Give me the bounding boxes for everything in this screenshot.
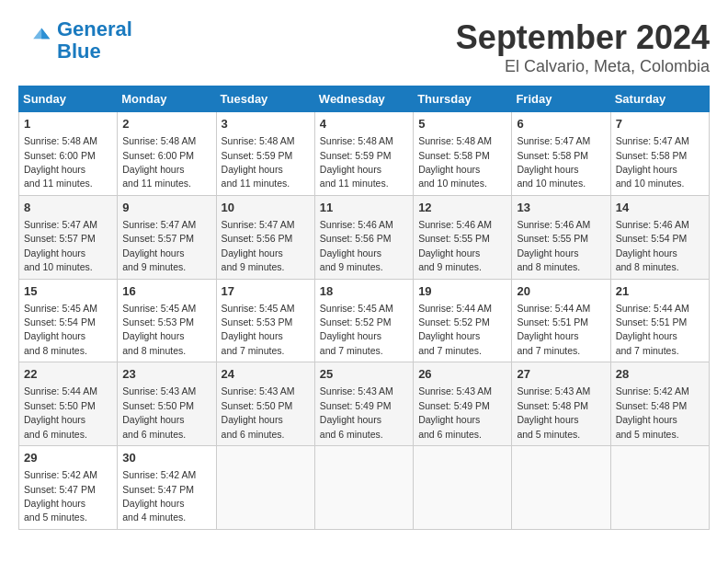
calendar-cell: 2Sunrise: 5:48 AMSunset: 6:00 PMDaylight… bbox=[118, 112, 216, 196]
day-number: 12 bbox=[418, 200, 506, 216]
day-info: Sunrise: 5:47 AMSunset: 5:57 PMDaylight … bbox=[24, 219, 97, 272]
day-number: 6 bbox=[517, 116, 605, 132]
calendar-cell: 27Sunrise: 5:43 AMSunset: 5:48 PMDayligh… bbox=[512, 362, 610, 446]
week-row-2: 8Sunrise: 5:47 AMSunset: 5:57 PMDaylight… bbox=[19, 195, 710, 279]
day-number: 26 bbox=[418, 366, 506, 383]
day-number: 5 bbox=[418, 116, 506, 132]
calendar-cell: 24Sunrise: 5:43 AMSunset: 5:50 PMDayligh… bbox=[216, 362, 314, 446]
day-number: 20 bbox=[517, 283, 605, 300]
day-number: 19 bbox=[418, 283, 506, 300]
day-info: Sunrise: 5:42 AMSunset: 5:48 PMDaylight … bbox=[616, 385, 689, 439]
calendar-cell: 7Sunrise: 5:47 AMSunset: 5:58 PMDaylight… bbox=[610, 112, 709, 196]
day-info: Sunrise: 5:48 AMSunset: 5:59 PMDaylight … bbox=[320, 135, 393, 189]
calendar-cell: 30Sunrise: 5:42 AMSunset: 5:47 PMDayligh… bbox=[118, 446, 216, 530]
day-info: Sunrise: 5:44 AMSunset: 5:52 PMDaylight … bbox=[418, 303, 492, 356]
calendar-cell: 10Sunrise: 5:47 AMSunset: 5:56 PMDayligh… bbox=[216, 195, 314, 279]
day-info: Sunrise: 5:48 AMSunset: 6:00 PMDaylight … bbox=[122, 135, 196, 189]
day-info: Sunrise: 5:42 AMSunset: 5:47 PMDaylight … bbox=[24, 469, 97, 523]
day-number: 8 bbox=[24, 200, 112, 216]
weekday-header-friday: Friday bbox=[512, 86, 610, 112]
calendar-cell: 9Sunrise: 5:47 AMSunset: 5:57 PMDaylight… bbox=[118, 195, 216, 279]
calendar-cell: 15Sunrise: 5:45 AMSunset: 5:54 PMDayligh… bbox=[19, 279, 118, 362]
day-info: Sunrise: 5:47 AMSunset: 5:56 PMDaylight … bbox=[222, 219, 295, 272]
logo: General Blue bbox=[18, 18, 132, 63]
calendar-cell: 28Sunrise: 5:42 AMSunset: 5:48 PMDayligh… bbox=[610, 362, 709, 446]
calendar-cell: 19Sunrise: 5:44 AMSunset: 5:52 PMDayligh… bbox=[414, 279, 512, 362]
day-info: Sunrise: 5:43 AMSunset: 5:49 PMDaylight … bbox=[320, 385, 393, 439]
week-row-4: 22Sunrise: 5:44 AMSunset: 5:50 PMDayligh… bbox=[19, 362, 710, 446]
calendar-cell: 29Sunrise: 5:42 AMSunset: 5:47 PMDayligh… bbox=[19, 446, 118, 530]
day-info: Sunrise: 5:45 AMSunset: 5:52 PMDaylight … bbox=[320, 303, 393, 356]
day-info: Sunrise: 5:43 AMSunset: 5:48 PMDaylight … bbox=[517, 385, 590, 439]
calendar-title: September 2024 bbox=[456, 18, 710, 57]
week-row-1: 1Sunrise: 5:48 AMSunset: 6:00 PMDaylight… bbox=[19, 112, 710, 196]
day-info: Sunrise: 5:46 AMSunset: 5:55 PMDaylight … bbox=[517, 219, 590, 272]
day-number: 22 bbox=[24, 366, 112, 383]
day-number: 21 bbox=[616, 283, 704, 300]
day-info: Sunrise: 5:43 AMSunset: 5:50 PMDaylight … bbox=[222, 385, 295, 439]
day-number: 28 bbox=[616, 366, 704, 383]
week-row-5: 29Sunrise: 5:42 AMSunset: 5:47 PMDayligh… bbox=[19, 446, 710, 530]
day-number: 18 bbox=[320, 283, 408, 300]
day-info: Sunrise: 5:44 AMSunset: 5:50 PMDaylight … bbox=[24, 385, 97, 439]
calendar-subtitle: El Calvario, Meta, Colombia bbox=[456, 57, 710, 76]
day-number: 13 bbox=[517, 200, 605, 216]
calendar-cell: 5Sunrise: 5:48 AMSunset: 5:58 PMDaylight… bbox=[414, 112, 512, 196]
calendar-cell: 16Sunrise: 5:45 AMSunset: 5:53 PMDayligh… bbox=[118, 279, 216, 362]
logo-icon bbox=[18, 24, 51, 57]
day-info: Sunrise: 5:47 AMSunset: 5:58 PMDaylight … bbox=[616, 135, 689, 189]
calendar-cell: 22Sunrise: 5:44 AMSunset: 5:50 PMDayligh… bbox=[19, 362, 118, 446]
day-number: 11 bbox=[320, 200, 408, 216]
calendar-cell: 14Sunrise: 5:46 AMSunset: 5:54 PMDayligh… bbox=[610, 195, 709, 279]
weekday-header-saturday: Saturday bbox=[610, 86, 709, 112]
calendar-cell: 13Sunrise: 5:46 AMSunset: 5:55 PMDayligh… bbox=[512, 195, 610, 279]
logo-line1: General bbox=[57, 17, 132, 40]
calendar-cell: 23Sunrise: 5:43 AMSunset: 5:50 PMDayligh… bbox=[118, 362, 216, 446]
logo-text: General Blue bbox=[57, 18, 132, 63]
day-info: Sunrise: 5:43 AMSunset: 5:50 PMDaylight … bbox=[122, 385, 196, 439]
day-info: Sunrise: 5:48 AMSunset: 5:58 PMDaylight … bbox=[418, 135, 492, 189]
day-number: 3 bbox=[222, 116, 310, 132]
day-info: Sunrise: 5:45 AMSunset: 5:53 PMDaylight … bbox=[222, 303, 295, 356]
day-number: 7 bbox=[616, 116, 704, 132]
calendar-cell: 25Sunrise: 5:43 AMSunset: 5:49 PMDayligh… bbox=[314, 362, 413, 446]
day-number: 9 bbox=[122, 200, 210, 216]
day-info: Sunrise: 5:48 AMSunset: 5:59 PMDaylight … bbox=[222, 135, 295, 189]
calendar-cell bbox=[414, 446, 512, 530]
day-number: 2 bbox=[122, 116, 210, 132]
logo-line2: Blue bbox=[57, 40, 101, 63]
calendar-cell bbox=[216, 446, 314, 530]
day-info: Sunrise: 5:43 AMSunset: 5:49 PMDaylight … bbox=[418, 385, 492, 439]
calendar-cell bbox=[610, 446, 709, 530]
calendar-cell: 17Sunrise: 5:45 AMSunset: 5:53 PMDayligh… bbox=[216, 279, 314, 362]
calendar-cell: 6Sunrise: 5:47 AMSunset: 5:58 PMDaylight… bbox=[512, 112, 610, 196]
day-number: 17 bbox=[222, 283, 310, 300]
day-info: Sunrise: 5:47 AMSunset: 5:57 PMDaylight … bbox=[122, 219, 196, 272]
week-row-3: 15Sunrise: 5:45 AMSunset: 5:54 PMDayligh… bbox=[19, 279, 710, 362]
day-number: 23 bbox=[122, 366, 210, 383]
calendar-cell: 26Sunrise: 5:43 AMSunset: 5:49 PMDayligh… bbox=[414, 362, 512, 446]
calendar-cell: 12Sunrise: 5:46 AMSunset: 5:55 PMDayligh… bbox=[414, 195, 512, 279]
day-number: 16 bbox=[122, 283, 210, 300]
calendar-cell: 11Sunrise: 5:46 AMSunset: 5:56 PMDayligh… bbox=[314, 195, 413, 279]
calendar-cell: 21Sunrise: 5:44 AMSunset: 5:51 PMDayligh… bbox=[610, 279, 709, 362]
weekday-header-tuesday: Tuesday bbox=[216, 86, 314, 112]
day-info: Sunrise: 5:42 AMSunset: 5:47 PMDaylight … bbox=[122, 469, 196, 523]
day-info: Sunrise: 5:44 AMSunset: 5:51 PMDaylight … bbox=[616, 303, 689, 356]
day-number: 10 bbox=[222, 200, 310, 216]
day-number: 29 bbox=[24, 450, 112, 466]
day-number: 15 bbox=[24, 283, 112, 300]
day-info: Sunrise: 5:44 AMSunset: 5:51 PMDaylight … bbox=[517, 303, 590, 356]
calendar-cell: 18Sunrise: 5:45 AMSunset: 5:52 PMDayligh… bbox=[314, 279, 413, 362]
title-section: September 2024 El Calvario, Meta, Colomb… bbox=[456, 18, 710, 76]
day-number: 4 bbox=[320, 116, 408, 132]
calendar-cell: 3Sunrise: 5:48 AMSunset: 5:59 PMDaylight… bbox=[216, 112, 314, 196]
weekday-header-sunday: Sunday bbox=[19, 86, 118, 112]
day-number: 14 bbox=[616, 200, 704, 216]
calendar-cell: 4Sunrise: 5:48 AMSunset: 5:59 PMDaylight… bbox=[314, 112, 413, 196]
calendar-cell: 20Sunrise: 5:44 AMSunset: 5:51 PMDayligh… bbox=[512, 279, 610, 362]
calendar-table: SundayMondayTuesdayWednesdayThursdayFrid… bbox=[18, 86, 710, 530]
day-number: 27 bbox=[517, 366, 605, 383]
day-info: Sunrise: 5:48 AMSunset: 6:00 PMDaylight … bbox=[24, 135, 97, 189]
calendar-cell: 8Sunrise: 5:47 AMSunset: 5:57 PMDaylight… bbox=[19, 195, 118, 279]
